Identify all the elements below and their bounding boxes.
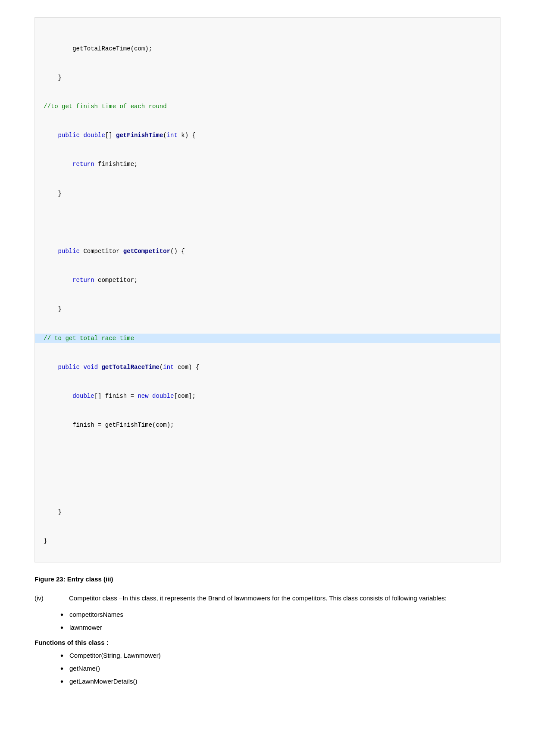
code-block: getTotalRaceTime(com); } //to get finish… <box>34 17 501 562</box>
functions-list: Competitor(String, Lawnmower) getName() … <box>60 650 501 687</box>
list-item: Competitor(String, Lawnmower) <box>60 650 501 661</box>
section-intro-text: Competitor class –In this class, it repr… <box>69 593 447 603</box>
list-item: getName() <box>60 663 501 674</box>
section-label: (iv) <box>34 593 56 603</box>
list-item: lawnmower <box>60 622 501 633</box>
list-item: competitorsNames <box>60 609 501 620</box>
variables-list: competitorsNames lawnmower <box>60 609 501 633</box>
functions-heading: Functions of this class : <box>34 639 501 646</box>
section-intro: (iv) Competitor class –In this class, it… <box>34 593 501 603</box>
list-item: getLawnMowerDetails() <box>60 676 501 687</box>
figure-caption: Figure 23: Entry class (iii) <box>34 575 501 583</box>
